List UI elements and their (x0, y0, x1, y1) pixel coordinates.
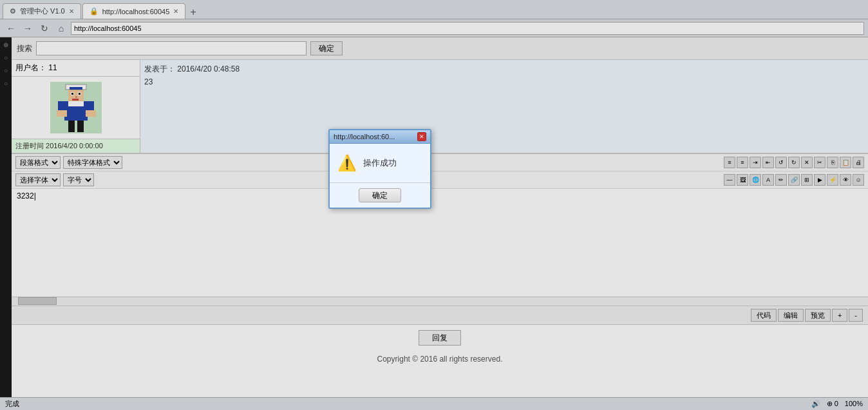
modal-title: http://localhost:60... (334, 133, 395, 141)
modal-body: ⚠️ 操作成功 (330, 144, 430, 182)
modal-close-button[interactable]: ✕ (417, 132, 426, 141)
modal-ok-button[interactable]: 确定 (359, 188, 401, 202)
modal-footer: 确定 (330, 182, 430, 208)
modal-message: 操作成功 (363, 157, 397, 169)
modal-titlebar: http://localhost:60... ✕ (330, 130, 430, 144)
modal-overlay: http://localhost:60... ✕ ⚠️ 操作成功 确定 (0, 0, 868, 410)
modal-dialog: http://localhost:60... ✕ ⚠️ 操作成功 确定 (328, 129, 431, 209)
warning-icon: ⚠️ (337, 154, 357, 172)
